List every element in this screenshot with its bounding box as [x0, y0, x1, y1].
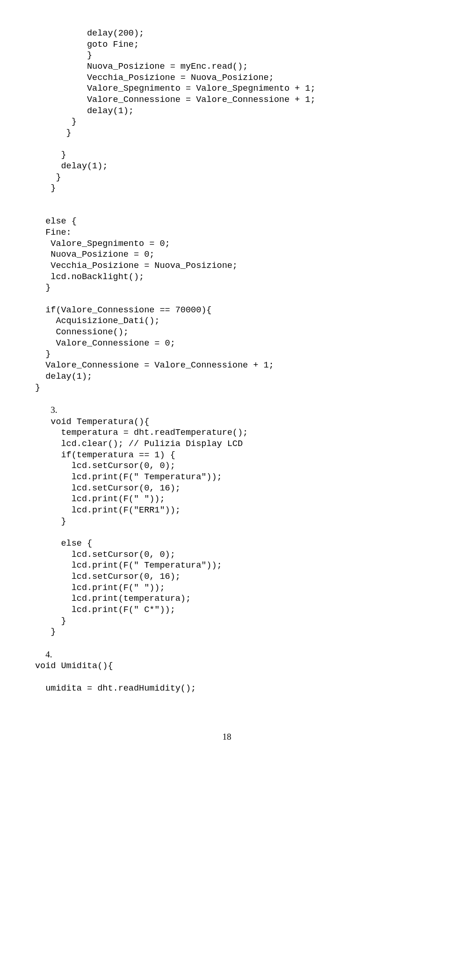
code-blank-3 — [35, 294, 419, 305]
list-number-4: 4. — [45, 649, 52, 659]
code-block-1: delay(200); goto Fine; } Nuova_Posizione… — [35, 28, 419, 139]
code-block-6: else { lcd.setCursor(0, 0); lcd.print(F(… — [35, 538, 419, 638]
page-number: 18 — [35, 731, 419, 742]
code-block-7: void Umidita(){ — [35, 661, 419, 672]
code-block-8: umidita = dht.readHumidity(); — [35, 683, 419, 694]
code-blank-6 — [35, 638, 419, 649]
code-blank-5 — [35, 527, 419, 538]
code-blank-4 — [35, 393, 419, 404]
list-item-3: 3. — [35, 404, 419, 417]
code-blank-1 — [35, 139, 419, 150]
code-blank-2 — [35, 194, 419, 216]
document-page: delay(200); goto Fine; } Nuova_Posizione… — [0, 0, 449, 762]
code-block-3: else { Fine: Valore_Spegnimento = 0; Nuo… — [35, 216, 419, 294]
list-item-4: 4. — [35, 649, 419, 661]
code-block-2: } delay(1); } } — [35, 150, 419, 194]
code-block-4: if(Valore_Connessione == 70000){ Acquisi… — [35, 305, 419, 393]
list-number-3: 3. — [51, 405, 57, 415]
code-blank-7 — [35, 672, 419, 683]
code-block-5: void Temperatura(){ temperatura = dht.re… — [35, 417, 419, 527]
